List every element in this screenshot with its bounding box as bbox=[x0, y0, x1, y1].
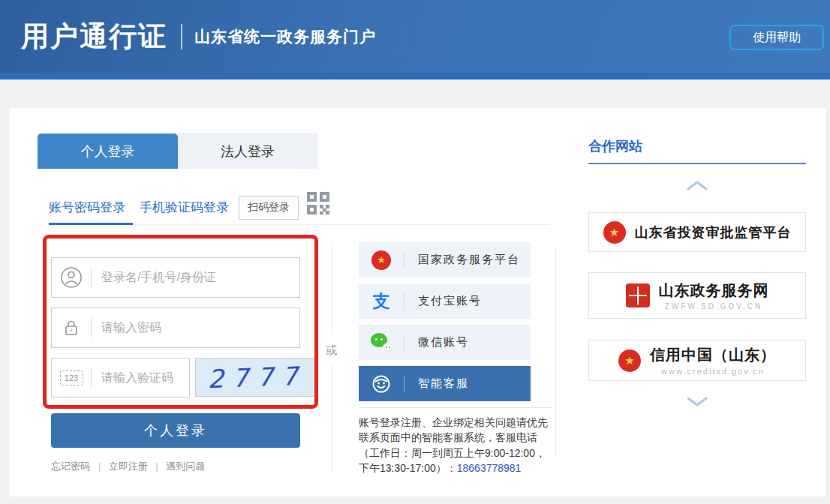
method-sms-login[interactable]: 手机验证码登录 bbox=[140, 199, 229, 216]
captcha-image[interactable]: 2777 bbox=[195, 358, 317, 397]
national-emblem-icon: ★ bbox=[359, 250, 404, 270]
forgot-password-link[interactable]: 忘记密码 bbox=[51, 460, 90, 472]
password-input[interactable] bbox=[92, 321, 299, 334]
captcha-input[interactable] bbox=[92, 371, 189, 385]
brand-title: 用户通行证 bbox=[21, 18, 167, 56]
header-bottom-strip bbox=[0, 73, 830, 80]
form-links: 忘记密码 | 立即注册 | 遇到问题 bbox=[51, 460, 205, 473]
tab-legal-login[interactable]: 法人登录 bbox=[178, 134, 317, 169]
third-party-alipay[interactable]: 支 支付宝账号 bbox=[359, 284, 531, 319]
method-qr-login[interactable]: 扫码登录 bbox=[239, 196, 299, 220]
user-icon bbox=[52, 266, 91, 289]
captcha-123-icon: 123 bbox=[52, 370, 91, 386]
partner-sites-underline bbox=[588, 163, 806, 164]
login-page: 用户通行证 山东省统一政务服务门户 使用帮助 个人登录 法人登录 账号密码登录 … bbox=[0, 0, 830, 504]
alipay-icon: 支 bbox=[359, 290, 404, 313]
method-password-login[interactable]: 账号密码登录 bbox=[49, 199, 125, 216]
register-link[interactable]: 立即注册 bbox=[109, 460, 148, 472]
brand-separator bbox=[181, 24, 182, 50]
customer-service-icon bbox=[359, 374, 404, 394]
service-notice: 账号登录注册、企业绑定相关问题请优先联系页面中的智能客服系统，客服电话（工作日：… bbox=[359, 407, 552, 476]
partner-card-credit-china[interactable]: ★ 信用中国（山东） www.creditsd.gov.cn bbox=[588, 340, 806, 381]
qr-code-icon[interactable] bbox=[305, 190, 332, 217]
partner-sites-title: 合作网站 bbox=[588, 137, 642, 155]
partner-card-zwfw[interactable]: 山东政务服务网 ZWFW.SD.GOV.CN bbox=[588, 272, 806, 319]
captcha-digits: 2777 bbox=[200, 361, 311, 394]
portal-subtitle: 山东省统一政务服务门户 bbox=[194, 26, 376, 47]
third-party-smart-service[interactable]: 智能客服 bbox=[359, 366, 531, 401]
chevron-up-icon[interactable] bbox=[686, 180, 708, 191]
username-input[interactable] bbox=[92, 271, 299, 284]
help-button[interactable]: 使用帮助 bbox=[729, 25, 824, 50]
partner-card-investment-platform[interactable]: ★ 山东省投资审批监管平台 bbox=[588, 212, 806, 252]
page-header: 用户通行证 山东省统一政务服务门户 使用帮助 bbox=[0, 0, 830, 80]
or-label: 或 bbox=[326, 344, 337, 358]
or-divider-bottom bbox=[332, 365, 332, 472]
third-party-national-platform[interactable]: ★ 国家政务服务平台 bbox=[359, 242, 531, 278]
national-emblem-icon: ★ bbox=[618, 350, 641, 372]
captcha-field[interactable]: 123 bbox=[51, 358, 190, 398]
problem-link[interactable]: 遇到问题 bbox=[166, 460, 205, 472]
red-seal-icon bbox=[626, 284, 650, 308]
column-divider bbox=[555, 248, 556, 456]
active-method-underline bbox=[49, 223, 133, 225]
service-phone-link[interactable]: 18663778981 bbox=[457, 462, 522, 474]
lock-icon bbox=[52, 317, 91, 338]
third-party-wechat[interactable]: 微信账号 bbox=[359, 325, 531, 360]
link-separator: | bbox=[155, 460, 158, 472]
chevron-down-icon[interactable] bbox=[686, 396, 708, 407]
national-emblem-icon: ★ bbox=[603, 221, 626, 244]
username-field[interactable] bbox=[51, 257, 300, 298]
personal-login-button[interactable]: 个人登录 bbox=[51, 413, 300, 448]
tab-personal-login[interactable]: 个人登录 bbox=[38, 134, 178, 169]
password-field[interactable] bbox=[51, 308, 300, 348]
link-separator: | bbox=[98, 460, 101, 472]
wechat-icon bbox=[359, 333, 404, 352]
or-divider-top bbox=[332, 242, 332, 335]
